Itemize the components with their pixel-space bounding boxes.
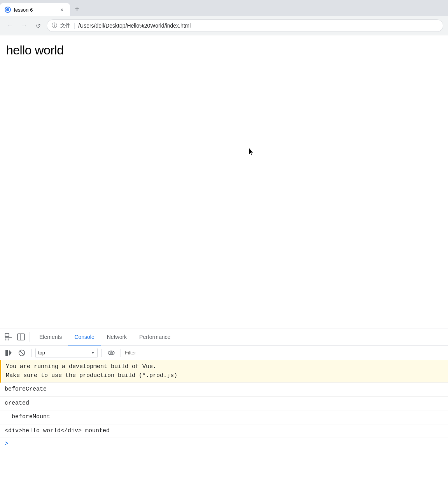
mouse-cursor: [249, 148, 255, 156]
devtools-panel: Elements Console Network Performance: [0, 328, 448, 499]
filter-input[interactable]: [125, 350, 445, 356]
inspector-toggle-button[interactable]: [3, 332, 14, 342]
console-toolbar-divider: [31, 349, 32, 357]
console-message-text: You are running a development build of V…: [6, 363, 177, 379]
tab-bar: lesson 6 × +: [0, 0, 448, 16]
tab-network[interactable]: Network: [101, 328, 133, 345]
clear-console-button[interactable]: [16, 347, 27, 358]
tab-performance[interactable]: Performance: [133, 328, 177, 345]
file-label: 文件: [60, 22, 70, 29]
info-icon: ⓘ: [52, 22, 57, 29]
reload-button[interactable]: ↺: [33, 20, 44, 31]
console-toolbar: top ▼: [0, 345, 448, 360]
svg-line-6: [20, 351, 24, 355]
page-content: hello world: [0, 35, 448, 328]
eye-button[interactable]: [106, 347, 117, 358]
url-text: /Users/dell/Desktop/Hello%20World/index.…: [78, 23, 438, 29]
console-message-text: beforeMount: [5, 414, 50, 420]
url-divider: |: [74, 22, 75, 29]
svg-point-9: [111, 352, 112, 353]
console-prompt: >: [5, 440, 9, 447]
console-message-before-create: beforeCreate: [0, 383, 448, 397]
context-selector[interactable]: top ▼: [35, 348, 98, 358]
toolbar-divider: [30, 332, 30, 342]
console-message-before-mount: beforeMount: [0, 410, 448, 424]
devtools-toolbar: Elements Console Network Performance: [0, 328, 448, 345]
console-output: You are running a development build of V…: [0, 360, 448, 499]
forward-button[interactable]: →: [19, 20, 30, 31]
dock-button[interactable]: [16, 332, 26, 342]
browser-tab-active[interactable]: lesson 6 ×: [0, 3, 70, 16]
url-bar[interactable]: ⓘ 文件 | /Users/dell/Desktop/Hello%20World…: [47, 19, 443, 32]
address-bar: ← → ↺ ⓘ 文件 | /Users/dell/Desktop/Hello%2…: [0, 16, 448, 35]
tab-console[interactable]: Console: [68, 328, 100, 345]
run-script-button[interactable]: [3, 347, 14, 358]
context-selector-arrow: ▼: [91, 351, 95, 355]
back-button[interactable]: ←: [5, 20, 16, 31]
console-input-line[interactable]: >: [0, 438, 448, 450]
svg-marker-4: [9, 350, 12, 356]
tab-favicon: [5, 7, 11, 13]
tab-close-button[interactable]: ×: [58, 6, 65, 13]
console-toolbar-divider-3: [121, 349, 121, 357]
page-heading: hello world: [6, 43, 442, 58]
tab-elements[interactable]: Elements: [33, 328, 68, 345]
context-selector-text: top: [38, 350, 89, 356]
console-message-text: created: [5, 400, 29, 407]
devtools-tabs: Elements Console Network Performance: [33, 328, 445, 345]
console-message-vue-warning: You are running a development build of V…: [0, 360, 448, 383]
svg-rect-0: [5, 333, 9, 337]
svg-rect-1: [18, 334, 24, 340]
new-tab-button[interactable]: +: [72, 4, 82, 15]
console-message-text: <div>hello world</div> mounted: [5, 427, 110, 434]
console-toolbar-divider-2: [102, 349, 102, 357]
tab-title: lesson 6: [14, 7, 55, 13]
browser-chrome: lesson 6 × + ← → ↺ ⓘ 文件 | /Users/dell/De…: [0, 0, 448, 35]
console-message-mounted: <div>hello world</div> mounted: [0, 424, 448, 438]
console-message-text: beforeCreate: [5, 386, 47, 393]
svg-rect-3: [5, 350, 8, 356]
console-cursor[interactable]: [12, 440, 443, 447]
console-message-created: created: [0, 397, 448, 411]
